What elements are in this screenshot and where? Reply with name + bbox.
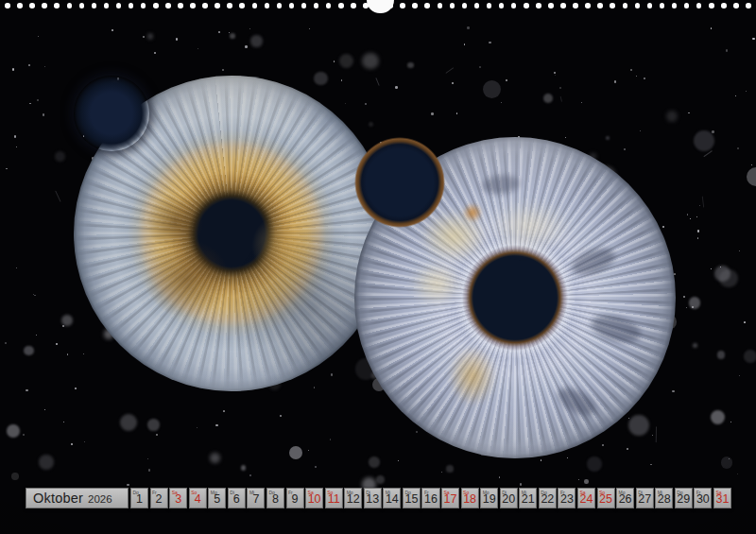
bokeh-dot — [376, 475, 385, 484]
weekday-label: Sa — [444, 490, 450, 495]
dust-speck — [147, 458, 148, 459]
bokeh-dot — [584, 479, 588, 483]
binding-hole — [289, 3, 295, 9]
day-number: 2 — [156, 493, 163, 508]
dust-speck — [452, 82, 454, 84]
dust-speck — [341, 79, 343, 81]
day-cell-27: Di27 — [636, 488, 654, 508]
month-label-box: Oktober 2026 — [26, 488, 129, 508]
weekday-label: Do — [404, 490, 410, 495]
bokeh-dot — [483, 80, 501, 98]
day-cell-9: Fr9 — [286, 488, 304, 508]
dust-speck — [627, 448, 628, 450]
dust-speck — [501, 102, 502, 103]
weekday-label: Mi — [658, 490, 662, 495]
day-cell-2: Fr2 — [150, 488, 168, 508]
binding-hole — [215, 3, 220, 9]
dust-speck — [43, 113, 44, 115]
weekday-label: Mo — [211, 490, 217, 495]
binding-hole — [524, 3, 529, 9]
binding-hole — [536, 3, 541, 9]
dust-speck — [26, 389, 27, 391]
dust-speck — [16, 267, 17, 268]
binding-hole — [42, 3, 47, 9]
dust-speck — [44, 66, 45, 67]
weekday-label: Di — [366, 490, 370, 495]
binding-hole — [239, 3, 245, 9]
day-cell-16: Fr16 — [421, 488, 439, 508]
bokeh-dot — [7, 424, 19, 437]
dust-speck — [751, 164, 752, 165]
day-cell-8: Do8 — [266, 488, 284, 508]
day-number: 26 — [619, 493, 632, 508]
bokeh-dot — [689, 297, 701, 309]
bokeh-dot — [11, 473, 18, 479]
dust-speck — [395, 86, 398, 89]
dust-speck — [697, 230, 699, 232]
dust-speck — [489, 42, 490, 43]
dust-speck — [506, 79, 507, 81]
day-cell-12: Mo12 — [344, 488, 362, 508]
bokeh-dot — [543, 94, 553, 103]
binding-hole — [141, 3, 146, 9]
binding-hole — [400, 3, 405, 9]
day-cell-23: Fr23 — [558, 488, 576, 508]
bokeh-dot — [250, 35, 263, 47]
dust-speck — [662, 226, 664, 228]
bokeh-dot — [628, 415, 649, 436]
dust-speck — [314, 387, 315, 388]
dust-speck — [37, 99, 38, 100]
dust-speck — [218, 31, 220, 33]
bokeh-dot — [587, 456, 602, 472]
bokeh-dot — [314, 72, 328, 86]
day-cell-22: Do22 — [539, 488, 557, 508]
dust-speck — [280, 415, 282, 417]
dust-speck — [712, 130, 714, 133]
dust-speck — [479, 66, 481, 68]
binding-hole — [462, 3, 468, 9]
dust-speck — [16, 146, 17, 147]
dust-speck — [249, 28, 250, 29]
weekday-label: Mo — [347, 490, 353, 495]
day-cell-15: Do15 — [403, 488, 421, 508]
bokeh-dot — [24, 346, 34, 356]
dust-speck — [746, 91, 747, 92]
binding-hole — [733, 3, 739, 9]
binding-hole — [29, 3, 35, 9]
dust-streak — [375, 78, 379, 86]
binding-hole — [623, 3, 628, 9]
binding-hole — [610, 3, 615, 9]
binding-hole — [672, 3, 678, 9]
day-cell-25: So25 — [597, 488, 615, 508]
dust-speck — [697, 237, 698, 238]
bokeh-dot — [369, 456, 380, 468]
dust-streak — [560, 96, 562, 102]
dust-speck — [752, 38, 754, 40]
dust-speck — [215, 424, 217, 426]
day-number: 21 — [522, 493, 535, 508]
binding-hole — [314, 3, 319, 9]
dust-speck — [578, 479, 579, 480]
day-cell-28: Mi28 — [655, 488, 673, 508]
dust-streak — [702, 196, 704, 207]
dust-speck — [28, 64, 30, 66]
binding-hole — [450, 3, 455, 9]
dust-speck — [581, 102, 582, 103]
binding-hole — [597, 3, 603, 9]
weekday-label: Do — [677, 490, 682, 495]
dust-speck — [12, 68, 14, 70]
weekday-label: So — [191, 490, 197, 495]
dust-speck — [683, 296, 685, 298]
weekday-label: Mi — [522, 490, 526, 495]
weekday-label: Mi — [386, 490, 390, 495]
binding-hole — [746, 3, 751, 9]
day-cell-29: Do29 — [675, 488, 693, 508]
day-cell-18: So18 — [461, 488, 479, 508]
dust-speck — [308, 450, 309, 451]
dust-speck — [156, 434, 158, 436]
day-number: 14 — [386, 493, 399, 508]
bokeh-dot — [289, 446, 302, 459]
dust-speck — [630, 69, 632, 71]
binding-hole — [684, 3, 690, 9]
bokeh-dot — [241, 465, 247, 471]
